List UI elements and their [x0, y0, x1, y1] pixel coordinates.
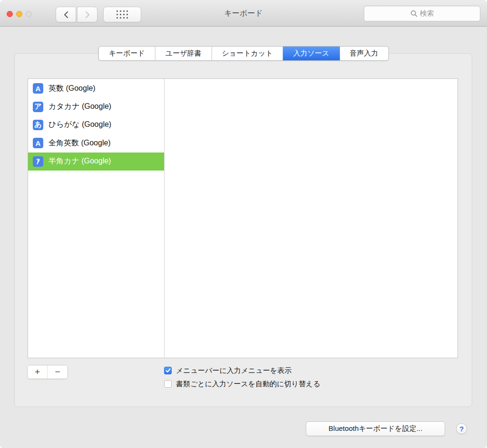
- input-source-badge-icon: ｱ: [33, 156, 43, 167]
- list-item[interactable]: あ ひらがな (Google): [28, 116, 164, 134]
- show-all-grid-icon: [117, 10, 128, 19]
- option-show-input-menu[interactable]: メニューバーに入力メニューを表示: [164, 365, 321, 376]
- traffic-lights: [7, 11, 32, 17]
- list-item[interactable]: A 英数 (Google): [28, 79, 164, 97]
- option-auto-switch[interactable]: 書類ごとに入力ソースを自動的に切り替える: [164, 379, 321, 389]
- options: メニューバーに入力メニューを表示 書類ごとに入力ソースを自動的に切り替える: [164, 365, 321, 392]
- add-input-source-button[interactable]: +: [28, 365, 48, 379]
- input-source-detail-pane: [165, 79, 458, 358]
- input-source-badge-icon: A: [33, 83, 43, 94]
- tab-user-dictionary[interactable]: ユーザ辞書: [156, 47, 212, 60]
- search-icon: [410, 10, 418, 17]
- list-item[interactable]: A 全角英数 (Google): [28, 134, 164, 152]
- input-source-list: A 英数 (Google) ア カタカナ (Google) あ ひらがな (Go…: [28, 79, 165, 358]
- nav-buttons: [56, 7, 97, 22]
- minimize-button[interactable]: [16, 11, 22, 17]
- setup-bluetooth-keyboard-button[interactable]: Bluetoothキーボードを設定...: [306, 421, 445, 436]
- help-button[interactable]: ?: [456, 423, 467, 434]
- tab-bar: キーボード ユーザ辞書 ショートカット 入力ソース 音声入力: [98, 46, 389, 61]
- show-all-button[interactable]: [103, 7, 141, 22]
- tab-input-sources[interactable]: 入力ソース: [283, 47, 340, 60]
- keyboard-preferences-window: キーボード: [0, 0, 487, 448]
- input-source-label: 全角英数 (Google): [49, 138, 111, 148]
- tab-dictation[interactable]: 音声入力: [340, 47, 388, 60]
- chevron-right-icon: [85, 11, 90, 19]
- zoom-button-disabled: [26, 11, 32, 17]
- chevron-left-icon: [63, 11, 69, 19]
- close-button[interactable]: [7, 11, 13, 17]
- list-item[interactable]: ア カタカナ (Google): [28, 97, 164, 115]
- input-source-label: ひらがな (Google): [49, 120, 111, 130]
- toolbar: キーボード: [0, 0, 487, 27]
- input-source-label: カタカナ (Google): [49, 102, 111, 112]
- checkbox-unchecked[interactable]: [164, 380, 172, 388]
- remove-input-source-button[interactable]: −: [48, 365, 68, 379]
- input-sources-box: A 英数 (Google) ア カタカナ (Google) あ ひらがな (Go…: [28, 78, 458, 358]
- forward-button-disabled: [77, 7, 97, 22]
- back-button[interactable]: [56, 7, 76, 22]
- input-source-badge-icon: ア: [33, 102, 43, 112]
- option-label: メニューバーに入力メニューを表示: [176, 366, 292, 375]
- checkbox-checked[interactable]: [164, 367, 172, 374]
- input-source-badge-icon: あ: [33, 120, 43, 130]
- tab-shortcuts[interactable]: ショートカット: [212, 47, 283, 60]
- tab-keyboard[interactable]: キーボード: [99, 47, 156, 60]
- list-edit-buttons: + −: [27, 365, 68, 379]
- input-source-badge-icon: A: [33, 138, 43, 148]
- checkmark-icon: [166, 368, 171, 373]
- input-source-label: 英数 (Google): [49, 84, 96, 94]
- input-source-label: 半角カナ (Google): [49, 156, 111, 166]
- search-placeholder: 検索: [420, 9, 434, 18]
- list-item-selected[interactable]: ｱ 半角カナ (Google): [28, 153, 164, 171]
- option-label: 書類ごとに入力ソースを自動的に切り替える: [176, 380, 321, 389]
- search-input[interactable]: 検索: [364, 6, 480, 21]
